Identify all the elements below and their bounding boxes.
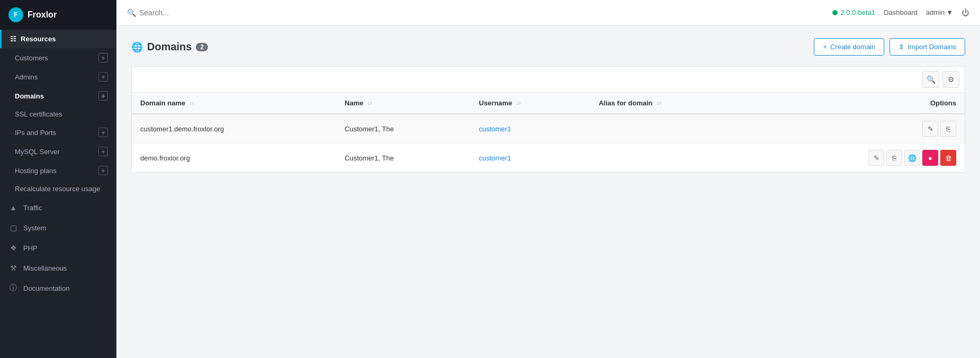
edit-button-row1[interactable]: ✎ [922,121,938,137]
options-cell: ✎ ⎘ 🌐 ● 🗑 [752,144,965,173]
docs-icon: ⓘ [8,283,18,293]
table-search-button[interactable]: 🔍 [922,71,939,88]
topbar-right: 2.0.0-beta1 Dashboard admin ▼ ⏻ [832,8,969,17]
flag-button-row2[interactable]: ● [922,150,938,166]
row2-actions: ✎ ⎘ 🌐 ● 🗑 [760,150,956,166]
ips-add-icon[interactable]: + [98,128,108,137]
name-sort-icon[interactable]: ↓↑ [367,101,372,106]
content-area: 🌐 Domains 2 + Create domain ⇕ Import Dom… [116,25,980,358]
topbar: 🔍 2.0.0-beta1 Dashboard admin ▼ ⏻ [116,0,980,25]
domains-add-icon[interactable]: + [98,91,108,101]
sidebar: F Froxlor ☷ Resources Customers + Admins… [0,0,116,358]
sidebar-item-domains[interactable]: Domains + [0,86,116,105]
sidebar-item-customers[interactable]: Customers + [0,48,116,67]
misc-icon: ⚒ [8,263,18,273]
table-settings-button[interactable]: ⚙ [942,71,959,88]
sidebar-section-resources[interactable]: ☷ Resources [0,30,116,48]
username-cell: customer1 [470,114,590,144]
admin-menu[interactable]: admin ▼ [926,8,953,16]
version-text: 2.0.0-beta1 [840,8,875,16]
copy-button-row2[interactable]: ⎘ [886,150,902,166]
import-icon: ⇕ [899,43,904,51]
delete-button-row2[interactable]: 🗑 [940,150,956,166]
sidebar-item-php[interactable]: ❖ PHP [0,238,116,258]
app-name: Froxlor [28,10,57,20]
logo[interactable]: F Froxlor [0,0,116,30]
name-cell: Customer1, The [336,144,470,173]
search-input[interactable] [139,8,245,17]
sidebar-item-admins[interactable]: Admins + [0,67,116,86]
alias-cell [590,144,752,173]
table-toolbar: 🔍 ⚙ [132,67,965,93]
username-cell: customer1 [470,144,590,173]
system-icon: ▢ [8,223,18,232]
sidebar-item-ips[interactable]: IPs and Ports + [0,123,116,142]
sidebar-item-mysql[interactable]: MySQL Server + [0,142,116,161]
version-badge: 2.0.0-beta1 [832,8,875,16]
sidebar-item-docs[interactable]: ⓘ Documentation [0,278,116,298]
col-name: Name ↓↑ [336,93,470,114]
sidebar-item-system[interactable]: ▢ System [0,218,116,238]
sidebar-item-hosting[interactable]: Hosting plans + [0,161,116,180]
col-username: Username ↓↑ [470,93,590,114]
logo-icon: F [8,7,23,22]
resources-icon: ☷ [10,35,16,43]
edit-button-row2[interactable]: ✎ [868,150,884,166]
import-domains-button[interactable]: ⇕ Import Domains [890,38,965,56]
globe-button-row2[interactable]: 🌐 [904,150,920,166]
sidebar-item-recalculate[interactable]: Recalculate resource usage [0,180,116,198]
chevron-down-icon: ▼ [946,8,953,16]
page-title-group: 🌐 Domains 2 [131,41,208,53]
table-body: customer1.demo.froxlor.org Customer1, Th… [132,114,965,172]
options-cell: ✎ ⎘ [752,114,965,144]
username-link[interactable]: customer1 [479,154,511,162]
sidebar-item-traffic[interactable]: ▲ Traffic [0,198,116,218]
sidebar-item-misc[interactable]: ⚒ Miscellaneous [0,258,116,278]
col-alias: Alias for domain ↓↑ [590,93,752,114]
domains-table: Domain name ↓↑ Name ↓↑ Username ↓↑ Ali [132,93,965,172]
domain-sort-icon[interactable]: ↓↑ [189,101,194,106]
username-link[interactable]: customer1 [479,125,511,133]
row1-actions: ✎ ⎘ [760,121,956,137]
plus-icon: + [823,43,827,51]
domain-name-cell: demo.froxlor.org [132,144,336,173]
admins-add-icon[interactable]: + [98,72,108,82]
page-title: 🌐 Domains 2 [131,41,208,53]
search-icon: 🔍 [127,8,136,17]
name-cell: Customer1, The [336,114,470,144]
table-row: customer1.demo.froxlor.org Customer1, Th… [132,114,965,144]
create-domain-button[interactable]: + Create domain [814,38,884,56]
mysql-add-icon[interactable]: + [98,147,108,156]
alias-sort-icon[interactable]: ↓↑ [657,101,661,106]
page-header: 🌐 Domains 2 + Create domain ⇕ Import Dom… [131,38,965,56]
alias-cell [590,114,752,144]
customers-add-icon[interactable]: + [98,53,108,62]
traffic-icon: ▲ [8,203,18,212]
domain-name-cell: customer1.demo.froxlor.org [132,114,336,144]
sidebar-item-ssl[interactable]: SSL certificates [0,105,116,123]
domains-table-container: 🔍 ⚙ Domain name ↓↑ Name ↓↑ [131,66,965,173]
dashboard-link[interactable]: Dashboard [884,8,918,16]
domains-globe-icon: 🌐 [131,41,143,53]
username-sort-icon[interactable]: ↓↑ [516,101,521,106]
header-actions: + Create domain ⇕ Import Domains [814,38,965,56]
power-icon[interactable]: ⏻ [961,8,969,17]
table-header-row: Domain name ↓↑ Name ↓↑ Username ↓↑ Ali [132,93,965,114]
php-icon: ❖ [8,243,18,253]
col-domain-name: Domain name ↓↑ [132,93,336,114]
col-options: Options [752,93,965,114]
search-container: 🔍 [127,8,826,17]
domain-count-badge: 2 [196,43,208,51]
version-dot [832,10,838,15]
main-content: 🔍 2.0.0-beta1 Dashboard admin ▼ ⏻ 🌐 Doma… [116,0,980,358]
table-row: demo.froxlor.org Customer1, The customer… [132,144,965,173]
copy-button-row1[interactable]: ⎘ [940,121,956,137]
hosting-add-icon[interactable]: + [98,166,108,175]
